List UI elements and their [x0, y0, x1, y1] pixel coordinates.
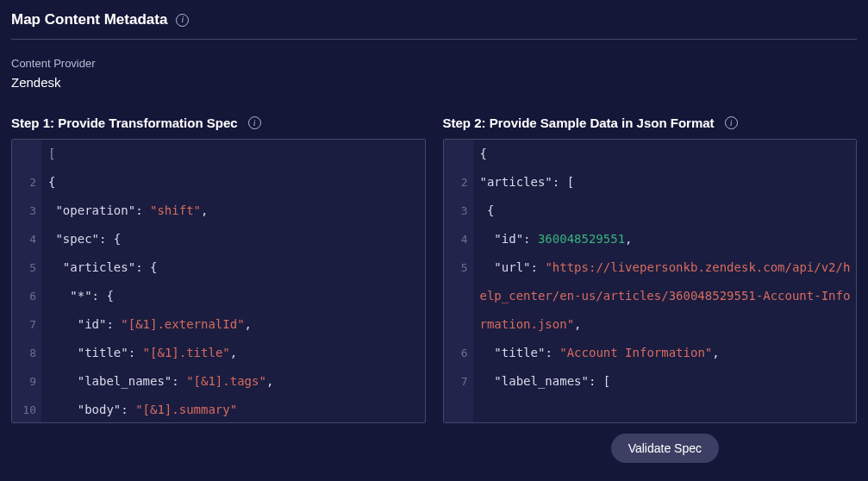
code-line[interactable]: { [48, 168, 425, 197]
line-number: 2 [444, 168, 473, 197]
content-provider-value: Zendesk [11, 75, 857, 90]
step2-column: Step 2: Provide Sample Data in Json Form… [443, 116, 858, 423]
line-number: 4 [12, 225, 41, 253]
code-line[interactable]: "id": 360048529551, [480, 225, 857, 253]
step1-title: Step 1: Provide Transformation Spec [11, 116, 238, 130]
code-line[interactable]: "*": { [48, 282, 425, 310]
line-number: 2 [12, 168, 41, 197]
code-line[interactable]: "label_names": "[&1].tags", [48, 367, 425, 396]
code-line[interactable]: "spec": { [48, 225, 425, 253]
line-number: 5 [12, 253, 41, 282]
code-line[interactable]: "url": "https://livepersonkb.zendesk.com… [480, 253, 857, 339]
code-line[interactable]: { [480, 197, 857, 225]
transformation-spec-editor[interactable]: 2345678910 [{ "operation": "shift", "spe… [11, 139, 426, 423]
code-line[interactable]: "operation": "shift", [48, 197, 425, 225]
info-icon[interactable]: i [248, 116, 261, 129]
content-provider-label: Content Provider [11, 57, 857, 70]
content-provider-block: Content Provider Zendesk [11, 57, 857, 90]
line-number: 5 [444, 253, 473, 339]
line-number: 7 [12, 310, 41, 339]
step2-title: Step 2: Provide Sample Data in Json Form… [443, 116, 715, 130]
validate-spec-button[interactable]: Validate Spec [611, 434, 719, 463]
line-number: 7 [444, 367, 473, 396]
code-line[interactable]: "label_names": [ [480, 367, 857, 396]
code-line[interactable]: { [480, 140, 857, 168]
line-number: 6 [12, 282, 41, 310]
line-number: 4 [444, 225, 473, 253]
line-number: 9 [12, 367, 41, 396]
line-number: 10 [12, 396, 41, 423]
info-icon[interactable]: i [176, 14, 189, 27]
step1-column: Step 1: Provide Transformation Spec i 23… [11, 116, 426, 423]
code-line[interactable]: "articles": [ [480, 168, 857, 197]
line-number [12, 140, 41, 168]
info-icon[interactable]: i [725, 116, 738, 129]
line-number: 8 [12, 339, 41, 367]
line-number: 3 [444, 197, 473, 225]
sample-data-editor[interactable]: 234567 {"articles": [ { "id": 3600485295… [443, 139, 858, 423]
code-line[interactable]: "title": "[&1].title", [48, 339, 425, 367]
line-number: 3 [12, 197, 41, 225]
code-line[interactable]: "articles": { [48, 253, 425, 282]
code-line[interactable]: "id": "[&1].externalId", [48, 310, 425, 339]
code-line[interactable]: [ [48, 140, 425, 168]
code-line[interactable]: "title": "Account Information", [480, 339, 857, 367]
line-number [444, 140, 473, 168]
section-header: Map Content Metadata i [11, 11, 857, 40]
line-number: 6 [444, 339, 473, 367]
page-title: Map Content Metadata [11, 11, 167, 28]
code-line[interactable]: "body": "[&1].summary" [48, 396, 425, 423]
